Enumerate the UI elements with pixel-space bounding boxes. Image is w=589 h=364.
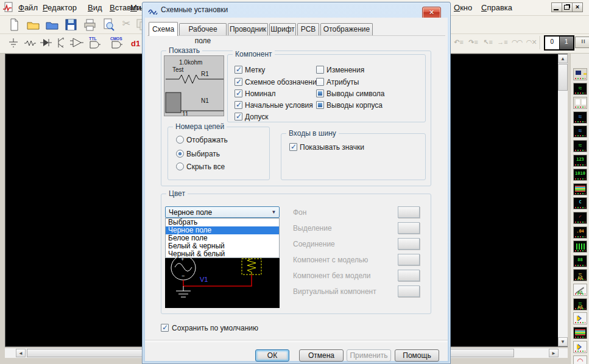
tab-workspace[interactable]: Рабочее поле [179, 23, 227, 35]
checkbox-box [235, 66, 242, 74]
svg-text:d1: d1 [131, 39, 140, 48]
digital-group-icon[interactable]: d1 [129, 36, 143, 50]
oscilloscope-icon[interactable] [573, 111, 587, 124]
distortion-analyzer-icon[interactable]: .04 [573, 226, 587, 239]
checkbox-box [316, 89, 324, 97]
tab-schematic[interactable]: Схема [149, 22, 178, 36]
menu-help[interactable]: Справка [479, 2, 515, 13]
dialog-close-button[interactable]: ✕ [422, 7, 441, 19]
open-file-icon[interactable] [26, 18, 40, 32]
dropdown-option-black-white[interactable]: Черный & белый [166, 250, 279, 258]
scroll-right-button[interactable]: ► [549, 349, 559, 357]
component-without-model-color-label: Компонент без модели [293, 271, 370, 280]
selection-color-label: Выделение [293, 224, 332, 233]
agilent-multimeter-icon[interactable]: AG [573, 284, 587, 296]
virtual-component-color-swatch[interactable] [398, 285, 420, 297]
virtual-component-color-label: Виртуальный компонент [293, 287, 376, 296]
cancel-button[interactable]: Отмена [299, 349, 344, 362]
four-channel-oscilloscope-icon[interactable] [573, 125, 587, 138]
color-scheme-combobox[interactable]: Черное поле ▼ [165, 206, 280, 218]
apply-button[interactable]: Применить [347, 349, 391, 362]
multimeter-icon[interactable] [573, 68, 587, 80]
toolbar-separator [540, 36, 540, 49]
function-generator-icon[interactable] [573, 83, 587, 95]
ok-button[interactable]: ОК [255, 349, 289, 362]
analog-group-icon[interactable] [69, 36, 83, 50]
network-analyzer-icon[interactable]: 88 [573, 255, 587, 267]
dialog-icon [148, 6, 158, 15]
pause-simulation-button[interactable]: II [575, 37, 589, 48]
scroll-up-button[interactable]: ▲ [558, 54, 568, 63]
labview-instrument-icon[interactable] [573, 327, 587, 339]
vertical-scrollbar[interactable]: ▲ ▼ [558, 54, 568, 346]
component-with-model-color-swatch[interactable] [398, 254, 420, 265]
basic-components-icon[interactable] [23, 36, 37, 50]
close-window-button[interactable]: × [572, 2, 583, 12]
menu-edit[interactable]: Редактор [40, 2, 79, 13]
print-preview-icon[interactable] [102, 18, 116, 32]
power-switch[interactable]: 0 1 [544, 35, 574, 51]
checkbox-box [316, 101, 324, 109]
spectrum-analyzer-icon[interactable] [573, 240, 587, 253]
component-display-preview: 1.0kohm Test R1 N1 0.1 11 [164, 55, 224, 116]
frequency-counter-icon[interactable]: 123 [573, 155, 587, 167]
logic-converter-icon[interactable]: C [573, 197, 587, 209]
step-out-icon [481, 37, 495, 47]
tab-wiring[interactable]: Проводник [228, 23, 268, 35]
labview-instrument2-icon[interactable] [573, 341, 587, 353]
svg-text:−: − [182, 273, 185, 279]
ttl-group-icon[interactable]: TTL [86, 36, 105, 50]
tab-pcb[interactable]: PCB [297, 23, 319, 35]
wattmeter-icon[interactable] [573, 97, 587, 109]
step-over-icon [467, 37, 480, 47]
radio-circle [176, 136, 184, 144]
save-icon[interactable] [64, 18, 78, 32]
transistors-group-icon[interactable] [54, 36, 68, 50]
tab-visibility[interactable]: Отображение [320, 23, 373, 35]
cut-icon: ✂ [119, 18, 133, 32]
scroll-left-button[interactable]: ◄ [16, 349, 26, 357]
agilent-oscilloscope-icon[interactable]: AG [573, 298, 587, 310]
pause-at-icon [510, 37, 524, 47]
menu-file[interactable]: Файл [16, 2, 40, 13]
iv-analyzer-icon[interactable] [573, 212, 587, 224]
bode-plotter-icon[interactable] [573, 140, 587, 152]
checkbox-box [235, 89, 242, 97]
background-color-label: Фон [293, 208, 306, 217]
checkbox-box [235, 113, 242, 121]
tektronix-oscilloscope-icon[interactable] [573, 312, 587, 324]
agilent-function-generator-icon[interactable]: AG [573, 269, 587, 281]
checkbox-box [289, 143, 297, 151]
help-button[interactable]: Помощь [395, 349, 439, 362]
new-file-icon[interactable] [7, 18, 21, 32]
restore-button[interactable] [562, 2, 573, 12]
preview-resistor-drawing [164, 56, 224, 116]
chevron-down-icon[interactable]: ▼ [269, 208, 278, 217]
background-color-swatch[interactable] [398, 206, 420, 218]
app-icon [2, 2, 13, 13]
open-project-icon[interactable] [45, 18, 59, 32]
wire-color-swatch[interactable] [398, 238, 420, 250]
cmos-group-icon[interactable]: CMOS [108, 36, 128, 50]
bus-entry-group: Входы в шину [281, 133, 426, 180]
selection-color-swatch[interactable] [398, 222, 420, 234]
minimize-button[interactable] [551, 2, 562, 12]
menu-window[interactable]: Окно [451, 2, 474, 13]
scroll-down-button[interactable]: ▼ [558, 337, 568, 346]
current-probe-icon[interactable] [573, 355, 587, 364]
application-window: { "colors": { "accent_highlight": "#2e80… [0, 0, 589, 364]
tab-font[interactable]: Шрифт [269, 23, 296, 35]
footer-separator [145, 340, 448, 342]
word-generator-icon[interactable]: 1010 [573, 169, 587, 181]
radio-circle [176, 150, 184, 158]
power-off-label: 0 [545, 37, 559, 49]
run-to-cursor-icon [496, 37, 509, 47]
sources-group-icon[interactable] [6, 36, 20, 50]
print-icon[interactable] [83, 18, 97, 32]
diodes-group-icon[interactable] [39, 36, 53, 50]
component-without-model-color-swatch[interactable] [398, 270, 420, 281]
vertical-scroll-thumb[interactable] [558, 64, 568, 91]
menu-view[interactable]: Вид [85, 2, 105, 13]
logic-analyzer-icon[interactable] [573, 183, 587, 195]
color-scheme-preview: + − V1 [165, 257, 280, 308]
